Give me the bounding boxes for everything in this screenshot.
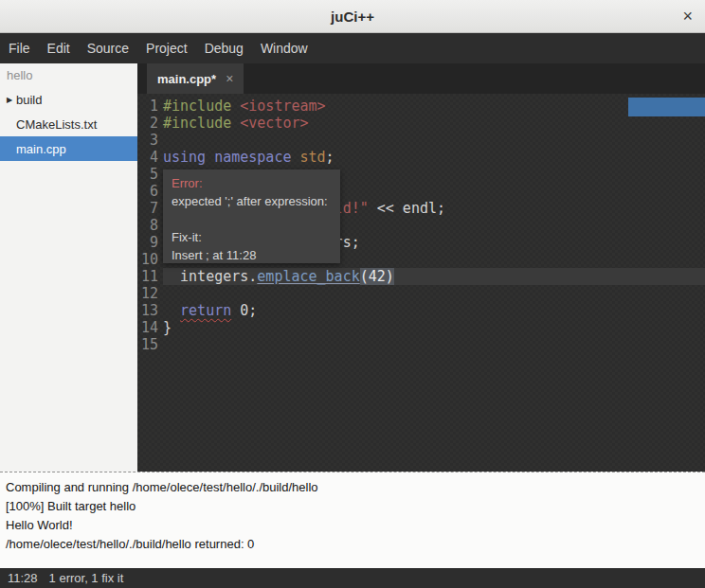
menu-item-file[interactable]: File [0,33,39,63]
expander-icon[interactable]: ▶ [0,96,15,104]
line-number: 2 [137,115,163,132]
output-line: [100%] Built target hello [6,497,705,516]
tooltip-fixit-label: Fix-it: [172,228,332,246]
code-line[interactable]: 14} [137,319,705,336]
code-text [163,132,705,149]
menu-item-source[interactable]: Source [79,33,137,63]
diagnostics-status: 1 error, 1 fix it [49,571,124,585]
menu-bar: FileEditSourceProjectDebugWindow [0,33,705,63]
code-line[interactable]: 12 [137,285,705,302]
tab-label: main.cpp* [157,72,216,86]
line-number: 9 [137,234,163,251]
code-text: return 0; [163,302,705,319]
line-number: 14 [137,319,163,336]
menu-item-project[interactable]: Project [137,33,196,63]
code-text [163,336,705,353]
menu-item-edit[interactable]: Edit [39,33,79,63]
code-line[interactable]: 13 return 0; [137,302,705,319]
title-bar: juCi++ × [0,0,705,33]
line-number: 1 [137,98,163,115]
output-line: Hello World! [6,516,705,535]
editor-pane: main.cpp* × 1#include <iostream>2#includ… [137,63,705,472]
line-number: 5 [137,166,163,183]
code-line[interactable]: 15 [137,336,705,353]
line-number: 11 [137,268,163,285]
tab-close-icon[interactable]: × [226,72,233,85]
code-text: #include <iostream> [163,98,705,115]
code-text: #include <vector> [163,115,705,132]
code-line[interactable]: 4using namespace std; [137,149,705,166]
line-number: 7 [137,200,163,217]
code-line[interactable]: 2#include <vector> [137,115,705,132]
line-number: 12 [137,285,163,302]
tree-item-label: main.cpp [15,142,66,156]
tab-bar: main.cpp* × [137,63,705,94]
tab-main-cpp[interactable]: main.cpp* × [147,63,244,94]
line-number: 15 [137,336,163,353]
output-line: Compiling and running /home/olece/test/h… [6,478,705,497]
project-name: hello [0,63,137,87]
code-text: } [163,319,705,336]
code-line[interactable]: 3 [137,132,705,149]
menu-item-debug[interactable]: Debug [196,33,252,63]
line-number: 6 [137,183,163,200]
sidebar: hello ▶buildCMakeLists.txtmain.cpp [0,63,137,472]
code-text: using namespace std; [163,149,705,166]
window-title: juCi++ [331,9,374,25]
tree-item-label: build [15,93,42,107]
file-tree: ▶buildCMakeLists.txtmain.cpp [0,87,137,161]
output-line: /home/olece/test/hello/./build/hello ret… [6,535,705,554]
tooltip-error-message: expected ';' after expression: [172,192,332,210]
tree-item-label: CMakeLists.txt [15,117,97,132]
main-area: hello ▶buildCMakeLists.txtmain.cpp main.… [0,63,705,472]
tooltip-fixit-message: Insert ; at 11:28 [172,246,332,264]
output-panel: Compiling and running /home/olece/test/h… [0,472,705,568]
code-text: integers.emplace_back(42) [163,268,705,285]
diagnostic-tooltip: Error: expected ';' after expression: Fi… [163,169,340,263]
code-line[interactable]: 11 integers.emplace_back(42) [137,268,705,285]
code-editor[interactable]: 1#include <iostream>2#include <vector>34… [137,94,705,472]
line-number: 8 [137,217,163,234]
line-number: 10 [137,251,163,268]
scrollbar-thumb[interactable] [628,98,705,116]
code-line[interactable]: 1#include <iostream> [137,98,705,115]
tooltip-spacer [172,210,332,228]
line-number: 4 [137,149,163,166]
tooltip-error-label: Error: [172,174,332,192]
tree-item-cmakelists-txt[interactable]: CMakeLists.txt [0,112,137,136]
app-window: juCi++ × FileEditSourceProjectDebugWindo… [0,0,705,588]
status-bar: 11:28 1 error, 1 fix it [0,568,705,588]
close-icon[interactable]: × [682,8,693,25]
line-number: 3 [137,132,163,149]
tree-item-build[interactable]: ▶build [0,87,137,112]
menu-item-window[interactable]: Window [252,33,316,63]
tree-item-main-cpp[interactable]: main.cpp [0,136,137,161]
code-text [163,285,705,302]
line-number: 13 [137,302,163,319]
cursor-position: 11:28 [8,571,38,585]
